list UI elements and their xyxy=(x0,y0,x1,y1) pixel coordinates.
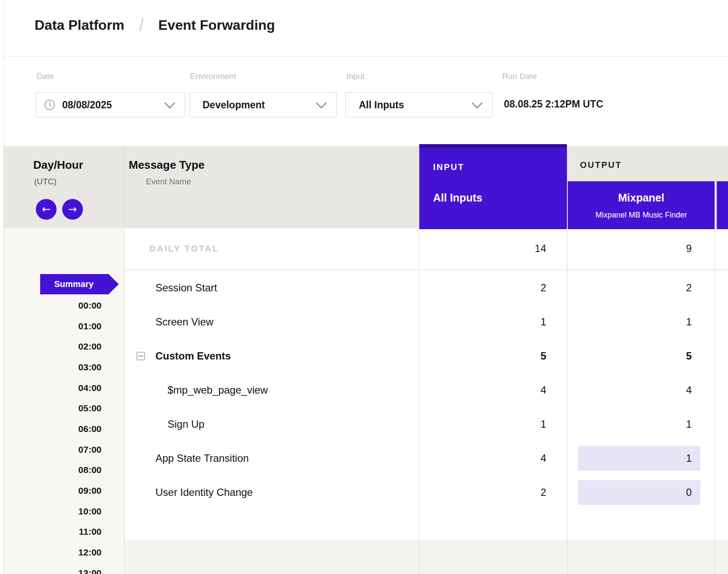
date-dropdown[interactable]: 08/08/2025 xyxy=(36,92,185,117)
table-row-app-state-transition: App State Transition 4 1 xyxy=(124,441,728,475)
hour-item[interactable]: 10:00 xyxy=(4,501,101,522)
grid-footer-area xyxy=(124,540,728,574)
event-label: User Identity Change xyxy=(155,486,253,498)
hour-item[interactable]: 03:00 xyxy=(4,357,101,378)
hour-item[interactable]: 05:00 xyxy=(4,398,101,419)
input-count: 4 xyxy=(419,384,546,396)
output-group-label: OUTPUT xyxy=(580,160,622,170)
event-label: Session Start xyxy=(155,282,217,294)
chevron-down-icon xyxy=(316,98,326,108)
environment-filter-label: Environment xyxy=(190,72,236,81)
clock-icon xyxy=(44,99,55,110)
input-count: 5 xyxy=(419,350,546,362)
output-name: Mixpanel xyxy=(568,192,715,204)
breadcrumb-page-title: Event Forwarding xyxy=(158,17,275,33)
hour-item[interactable]: 09:00 xyxy=(4,480,101,501)
event-label: App State Transition xyxy=(155,452,249,464)
hour-item[interactable]: 13:00 xyxy=(4,563,101,574)
output-count: 1 xyxy=(568,418,692,430)
breadcrumb: Data Platform / Event Forwarding xyxy=(35,16,275,35)
message-type-column-title: Message Type xyxy=(129,158,205,172)
event-label: $mp_web_page_view xyxy=(168,384,268,396)
table-row-session-start: Session Start 2 2 xyxy=(124,271,728,305)
input-group-label: INPUT xyxy=(433,162,465,172)
input-count: 2 xyxy=(419,282,546,294)
hour-item[interactable]: 00:00 xyxy=(4,295,101,316)
next-output-column-partial[interactable] xyxy=(717,181,728,229)
output-count-highlighted[interactable]: 1 xyxy=(578,446,700,471)
input-count: 4 xyxy=(419,452,546,464)
input-count: 2 xyxy=(419,486,546,498)
run-date-value: 08.08.25 2:12PM UTC xyxy=(504,98,603,110)
table-row-sign-up: Sign Up 1 1 xyxy=(124,407,728,441)
output-column-header-mixpanel[interactable]: Mixpanel Mixpanel MB Music Finder xyxy=(568,181,715,229)
next-day-button[interactable]: → xyxy=(62,199,83,220)
arrow-right-icon: → xyxy=(68,204,77,214)
collapse-icon[interactable] xyxy=(136,352,145,360)
input-count: 1 xyxy=(419,418,546,430)
output-subtitle: Mixpanel MB Music Finder xyxy=(568,211,715,220)
hour-item[interactable]: 02:00 xyxy=(4,336,101,357)
environment-value: Development xyxy=(203,99,265,111)
hour-item[interactable]: 04:00 xyxy=(4,378,101,398)
hour-item[interactable]: 01:00 xyxy=(4,316,101,337)
event-rows: Session Start 2 2 Screen View 1 1 Custom… xyxy=(124,271,728,509)
input-filter-label: Input xyxy=(346,72,364,81)
breadcrumb-section[interactable]: Data Platform xyxy=(35,17,124,33)
event-label: Sign Up xyxy=(168,418,204,430)
event-label: Custom Events xyxy=(155,350,231,362)
minus-glyph xyxy=(139,356,143,356)
day-hour-timezone: (UTC) xyxy=(34,177,57,186)
input-count: 1 xyxy=(419,316,546,328)
table-row-custom-events: Custom Events 5 5 xyxy=(124,339,728,373)
table-row-mp-web-page-view: $mp_web_page_view 4 4 xyxy=(124,373,728,407)
day-hour-column-title: Day/Hour xyxy=(33,158,83,172)
breadcrumb-separator: / xyxy=(139,15,144,35)
daily-total-divider xyxy=(124,270,728,270)
event-forwarding-page: Data Platform / Event Forwarding Date En… xyxy=(0,0,728,574)
chevron-down-icon xyxy=(164,98,175,108)
environment-dropdown[interactable]: Development xyxy=(189,92,337,117)
input-dropdown[interactable]: All Inputs xyxy=(345,92,493,117)
date-filter-label: Date xyxy=(37,72,54,81)
hour-item[interactable]: 12:00 xyxy=(4,542,101,563)
hour-item[interactable]: 06:00 xyxy=(4,419,101,439)
daily-total-output-value: 9 xyxy=(568,243,692,255)
output-count: 5 xyxy=(568,350,692,362)
previous-day-button[interactable]: ← xyxy=(36,199,57,220)
table-row-screen-view: Screen View 1 1 xyxy=(124,305,728,339)
table-row-user-identity-change: User Identity Change 2 0 xyxy=(124,475,728,509)
input-column-name: All Inputs xyxy=(433,192,482,204)
daily-total-label: DAILY TOTAL xyxy=(149,244,219,254)
daily-total-input-value: 14 xyxy=(419,243,546,255)
output-count: 1 xyxy=(568,316,692,328)
hour-item[interactable]: 11:00 xyxy=(4,522,101,542)
hour-item[interactable]: 08:00 xyxy=(4,460,101,481)
run-date-label: Run Date xyxy=(502,72,537,81)
output-count-highlighted[interactable]: 0 xyxy=(578,480,700,505)
output-count: 2 xyxy=(568,282,692,294)
hour-list: 00:00 01:00 02:00 03:00 04:00 05:00 06:0… xyxy=(4,295,101,574)
input-column-header[interactable]: INPUT All Inputs xyxy=(419,144,567,229)
arrow-left-icon: ← xyxy=(42,204,51,214)
output-count: 4 xyxy=(568,384,692,396)
summary-selected-badge[interactable]: Summary xyxy=(40,274,119,294)
input-value: All Inputs xyxy=(359,99,404,111)
chevron-down-icon xyxy=(472,98,482,108)
event-name-subtitle: Event Name xyxy=(146,177,191,186)
date-value: 08/08/2025 xyxy=(62,99,112,111)
hour-item[interactable]: 07:00 xyxy=(4,439,101,460)
event-label: Screen View xyxy=(155,316,213,328)
